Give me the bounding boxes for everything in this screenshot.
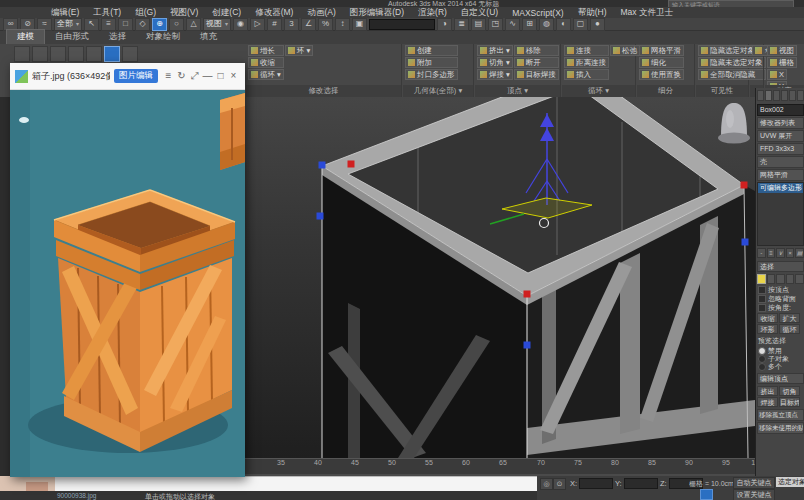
remove-modifier-icon[interactable]: × xyxy=(786,248,795,258)
toolbar-icon[interactable]: ○ xyxy=(169,18,184,31)
ribbon-button[interactable]: 栅格 xyxy=(767,57,797,68)
configure-sets-icon[interactable]: ▤ xyxy=(795,248,804,258)
toolbar-icon[interactable]: ◐ xyxy=(556,18,571,31)
ribbon-group-label[interactable]: 顶点 ▾ xyxy=(475,85,560,97)
ribbon-group-label[interactable]: 循环 ▾ xyxy=(562,85,635,97)
element-mode-icon[interactable] xyxy=(86,46,102,62)
timeline-ruler[interactable]: 35404550556065707580859095100 xyxy=(245,458,759,475)
ribbon-tab[interactable]: 填充 xyxy=(190,30,227,44)
ribbon-group-label[interactable]: 几何体(全部) ▾ xyxy=(403,85,473,97)
modify-tab-icon[interactable] xyxy=(765,90,772,101)
element-subobject-icon[interactable] xyxy=(795,274,804,284)
pm-extra-icon[interactable] xyxy=(122,46,138,62)
toolbar-icon[interactable]: # xyxy=(267,18,282,31)
edit-button[interactable]: 挤出 xyxy=(757,386,778,396)
reference-coordinate-dropdown[interactable]: 视图 ▾ xyxy=(203,18,231,31)
ribbon-button[interactable]: 增长 xyxy=(248,45,284,56)
menu-item[interactable]: MAXScript(X) xyxy=(505,8,570,18)
panel-button[interactable]: 扩大 xyxy=(779,313,800,323)
toolbar-icon[interactable]: ● xyxy=(590,18,605,31)
toolbar-icon[interactable]: ≣ xyxy=(454,18,469,31)
ribbon-button[interactable]: 网格平滑 xyxy=(639,45,684,56)
auto-key-button[interactable]: 自动关键点 xyxy=(733,477,775,489)
polygon-mode-icon[interactable] xyxy=(68,46,84,62)
toolbar-icon[interactable]: ⊕ xyxy=(152,18,167,31)
named-selection-set-input[interactable] xyxy=(369,19,435,30)
ribbon-button[interactable]: 挤出 ▾ xyxy=(477,45,513,56)
ribbon-button[interactable]: 封口多边形 xyxy=(405,69,458,80)
edit-button[interactable]: 切角 xyxy=(779,386,800,396)
edit-button[interactable]: 目标焊接 xyxy=(779,397,800,407)
preview-radio[interactable]: 多个 xyxy=(756,363,804,371)
ribbon-button[interactable]: 环 ▾ xyxy=(285,45,313,56)
ribbon-button[interactable]: 距离连接 xyxy=(564,57,609,68)
make-unique-icon[interactable]: ∨ xyxy=(776,248,785,258)
viewer-control-icon[interactable]: ↻ xyxy=(175,70,188,82)
panel-button[interactable]: 收缩 xyxy=(757,313,778,323)
object-name-field[interactable]: Box002 xyxy=(757,104,804,116)
toolbar-icon[interactable]: ↕ xyxy=(335,18,350,31)
toolbar-icon[interactable]: ◇ xyxy=(135,18,150,31)
ribbon-button[interactable]: 目标焊接 xyxy=(514,69,559,80)
panel-checkbox[interactable]: 按顶点 xyxy=(756,285,804,294)
ribbon-group-label[interactable]: 细分 xyxy=(637,85,694,97)
ribbon-button[interactable]: 断开 xyxy=(514,57,559,68)
motion-tab-icon[interactable] xyxy=(781,90,788,101)
isolate-selection-icon[interactable]: ◎ xyxy=(540,478,553,490)
panel-button[interactable]: 环形 xyxy=(757,324,778,334)
selection-filter-dropdown[interactable]: 全部 ▾ xyxy=(54,18,82,31)
ribbon-button[interactable]: X xyxy=(767,69,787,80)
viewer-control-icon[interactable]: □ xyxy=(214,70,227,82)
toolbar-icon[interactable]: ▣ xyxy=(352,18,367,31)
polygon-subobject-icon[interactable] xyxy=(786,274,795,284)
toolbar-icon[interactable]: ◉ xyxy=(233,18,248,31)
ribbon-tab[interactable]: 对象绘制 xyxy=(136,30,190,44)
toolbar-icon[interactable]: 3 xyxy=(284,18,299,31)
hat-object[interactable] xyxy=(718,103,750,144)
modifier-button[interactable]: 网格平滑 xyxy=(757,169,804,181)
ribbon-button[interactable]: 循环 ▾ xyxy=(248,69,284,80)
ribbon-tab[interactable]: 选择 xyxy=(99,30,136,44)
create-tab-icon[interactable] xyxy=(757,90,764,101)
ribbon-button[interactable]: 视图 xyxy=(767,45,797,56)
key-filters-icon[interactable] xyxy=(700,489,713,500)
toolbar-icon[interactable]: ↖ xyxy=(84,18,99,31)
stack-selected-item[interactable]: 可编辑多边形 xyxy=(758,183,803,193)
ribbon-button[interactable]: 焊接 ▾ xyxy=(477,69,513,80)
ribbon-tab[interactable]: 自由形式 xyxy=(45,30,99,44)
toolbar-icon[interactable]: ≡ xyxy=(101,18,116,31)
selection-lock-icon[interactable]: ⊙ xyxy=(553,478,566,490)
show-end-result-icon[interactable]: ≡ xyxy=(767,248,776,258)
edge-subobject-icon[interactable] xyxy=(767,274,776,284)
selection-rollout-header[interactable]: 选择 xyxy=(757,261,804,272)
x-coord-field[interactable] xyxy=(579,478,613,489)
toolbar-icon[interactable]: ⊞ xyxy=(522,18,537,31)
edit-wide-button[interactable]: 移除孤立顶点 xyxy=(757,409,804,421)
modifier-button[interactable]: UVW 展开 xyxy=(757,130,804,142)
panel-button[interactable]: 循环 xyxy=(779,324,800,334)
border-mode-icon[interactable] xyxy=(50,46,66,62)
pin-stack-icon[interactable]: - xyxy=(757,248,766,258)
ribbon-button[interactable]: 连接 xyxy=(564,45,609,56)
ribbon-button[interactable]: 创建 xyxy=(405,45,458,56)
modifier-list-dropdown[interactable]: 修改器列表 xyxy=(757,117,804,129)
toolbar-icon[interactable]: □ xyxy=(118,18,133,31)
modifier-button[interactable]: FFD 3x3x3 xyxy=(757,143,804,155)
display-tab-icon[interactable] xyxy=(789,90,796,101)
toolbar-icon[interactable]: ▢ xyxy=(573,18,588,31)
hierarchy-tab-icon[interactable] xyxy=(773,90,780,101)
toolbar-icon[interactable]: ▷ xyxy=(250,18,265,31)
image-viewer-titlebar[interactable]: 箱子.jpg (636×492像素 图片编辑 ≡↻⤢—□× xyxy=(10,63,245,90)
selection-set-dropdown[interactable]: 选定对象 xyxy=(776,477,804,487)
toolbar-icon[interactable]: ∠ xyxy=(301,18,316,31)
ribbon-button[interactable]: 插入 xyxy=(564,69,609,80)
y-coord-field[interactable] xyxy=(624,478,658,489)
toolbar-icon[interactable]: ▤ xyxy=(471,18,486,31)
edit-vertices-rollout-header[interactable]: 编辑顶点 xyxy=(757,373,804,384)
viewer-control-icon[interactable]: ≡ xyxy=(162,70,175,82)
ribbon-button[interactable]: 使用置换 xyxy=(639,69,684,80)
border-subobject-icon[interactable] xyxy=(776,274,785,284)
edit-wide-button[interactable]: 移除未使用的贴图顶点 xyxy=(757,422,804,434)
viewer-control-icon[interactable]: ⤢ xyxy=(188,70,201,82)
image-edit-button[interactable]: 图片编辑 xyxy=(114,69,158,83)
